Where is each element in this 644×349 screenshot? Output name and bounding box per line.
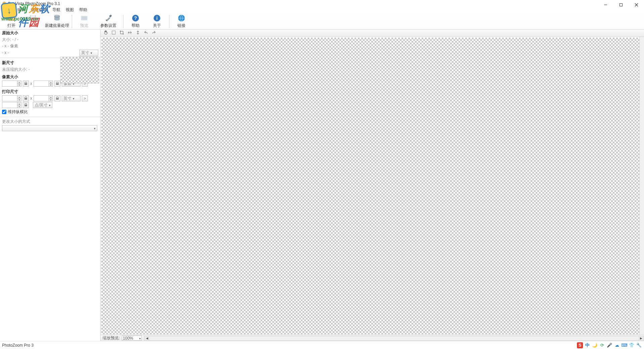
help-button[interactable]: ? 帮助 xyxy=(125,14,146,29)
keep-ratio-checkbox[interactable]: 维持纵横比 xyxy=(0,108,100,115)
resize-method-select[interactable] xyxy=(2,125,97,131)
flip-v-button[interactable] xyxy=(134,30,142,37)
original-size-value: 大小: - / - xyxy=(0,37,100,43)
svg-rect-19 xyxy=(56,98,59,100)
sogou-icon[interactable]: S xyxy=(577,342,583,348)
lock-icon[interactable] xyxy=(23,81,29,87)
lock-icon[interactable] xyxy=(23,102,29,108)
title-bar: BenVista PhotoZoom Pro 3.1 xyxy=(0,0,644,6)
print-go-button[interactable]: > xyxy=(82,95,88,101)
hand-tool-button[interactable] xyxy=(102,30,109,37)
print-width-input[interactable]: ▲▼ xyxy=(2,95,21,101)
minimize-button[interactable] xyxy=(598,0,613,9)
content-area: 原始大小 大小: - / - - x - 像素 - x - 英寸 点/英寸 新尺… xyxy=(0,30,644,341)
svg-rect-5 xyxy=(31,18,35,21)
lock-icon[interactable] xyxy=(23,95,29,101)
taskbar-app-label[interactable]: PhotoZoom Pro 3 xyxy=(2,343,34,348)
svg-rect-20 xyxy=(24,105,27,106)
canvas-status-strip: 缩放预览: 100% ◀ ▶ xyxy=(101,335,644,341)
print-size-heading: 打印尺寸 xyxy=(0,87,100,95)
canvas-checker xyxy=(101,38,639,334)
menu-edit[interactable]: 编辑 xyxy=(15,6,28,13)
close-button[interactable] xyxy=(629,0,644,9)
window-title: BenVista PhotoZoom Pro 3.1 xyxy=(8,1,642,6)
resolution-unit-select[interactable]: 点/英寸 xyxy=(33,102,52,108)
maximize-button[interactable] xyxy=(613,0,629,9)
menu-help[interactable]: 帮助 xyxy=(76,6,90,13)
zoom-label: 缩放预览: xyxy=(101,335,122,341)
menu-bar: 文件 编辑 批量处理 导航 视图 帮助 xyxy=(0,6,644,13)
lock-icon[interactable] xyxy=(54,95,60,101)
sidebar: 原始大小 大小: - / - - x - 像素 - x - 英寸 点/英寸 新尺… xyxy=(0,30,101,341)
save-label: 保存 xyxy=(29,23,37,29)
menu-batch[interactable]: 批量处理 xyxy=(28,6,50,13)
preview-button[interactable]: 预览 xyxy=(73,14,95,29)
flip-h-button[interactable] xyxy=(126,30,133,37)
horizontal-scrollbar[interactable]: ◀ ▶ xyxy=(144,336,644,341)
crop-icon xyxy=(119,30,124,36)
svg-text:?: ? xyxy=(134,15,137,21)
open-label: 打开 xyxy=(7,23,15,29)
canvas-toolbar xyxy=(101,30,644,37)
marquee-icon xyxy=(111,30,116,36)
folder-open-icon xyxy=(7,14,15,22)
ime-zh-icon[interactable]: 中 xyxy=(584,342,590,348)
undo-button[interactable] xyxy=(142,30,150,37)
link-label: 链接 xyxy=(177,23,185,29)
main-panel: 缩放预览: 100% ◀ ▶ xyxy=(101,30,644,341)
resolution-input[interactable]: ▲▼ xyxy=(2,102,21,108)
save-button[interactable]: 保存 xyxy=(22,14,44,29)
keyboard-icon[interactable]: ⌨ xyxy=(621,342,627,348)
pixel-width-input[interactable]: ▲▼ xyxy=(2,81,21,87)
svg-rect-17 xyxy=(56,83,59,85)
menu-view[interactable]: 视图 xyxy=(63,6,76,13)
settings-button[interactable]: 参数设置 xyxy=(95,14,122,29)
crop-tool-button[interactable] xyxy=(118,30,125,37)
help-label: 帮助 xyxy=(131,23,140,29)
svg-text:i: i xyxy=(156,15,158,21)
window-controls xyxy=(598,0,644,9)
info-icon: i xyxy=(153,14,161,22)
batch-new-label: 新建批量处理 xyxy=(45,23,69,29)
menu-nav[interactable]: 导航 xyxy=(50,6,63,13)
redo-button[interactable] xyxy=(150,30,158,37)
link-button[interactable]: 链接 xyxy=(171,14,192,29)
cloud-icon[interactable]: ☁ xyxy=(614,342,620,348)
help-icon: ? xyxy=(131,14,140,22)
print-unit-select[interactable]: 英寸 xyxy=(62,95,80,101)
about-button[interactable]: i 关于 xyxy=(146,14,168,29)
main-toolbar: 打开 保存 新建批量处理 预览 参数设置 ? 帮助 i 关于 链接 xyxy=(0,13,644,30)
sync-icon[interactable]: ⟳ xyxy=(599,342,605,348)
batch-new-button[interactable]: 新建批量处理 xyxy=(44,14,70,29)
canvas-area[interactable] xyxy=(101,37,644,335)
lock-icon[interactable] xyxy=(54,81,60,87)
system-tray: S 中 🌙 ⟳ 🎤 ☁ ⌨ 👕 🔧 xyxy=(577,342,642,348)
marquee-tool-button[interactable] xyxy=(110,30,117,37)
zoom-select[interactable]: 100% xyxy=(122,336,142,341)
preview-icon xyxy=(80,14,88,22)
preview-label: 预览 xyxy=(80,23,88,29)
moon-icon[interactable]: 🌙 xyxy=(592,342,598,348)
open-button[interactable]: 打开 xyxy=(1,14,22,29)
resize-method-heading: 更改大小的方式 xyxy=(0,118,100,125)
original-unit1-select[interactable]: 英寸 xyxy=(79,50,98,56)
skin-icon[interactable]: 👕 xyxy=(629,342,635,348)
pixel-height-input[interactable]: ▲▼ xyxy=(34,81,53,87)
settings-icon xyxy=(104,14,112,22)
print-height-input[interactable]: ▲▼ xyxy=(34,95,53,101)
taskbar: PhotoZoom Pro 3 S 中 🌙 ⟳ 🎤 ☁ ⌨ 👕 🔧 xyxy=(0,341,644,349)
about-label: 关于 xyxy=(153,23,161,29)
scroll-right-button[interactable]: ▶ xyxy=(638,336,644,340)
svg-point-10 xyxy=(106,20,107,21)
menu-file[interactable]: 文件 xyxy=(1,6,15,13)
toolbar-separator xyxy=(72,15,72,28)
svg-rect-2 xyxy=(620,3,622,6)
tool-icon[interactable]: 🔧 xyxy=(636,342,642,348)
vertical-scrollbar[interactable] xyxy=(639,37,644,335)
multiply-label: x xyxy=(30,96,32,101)
svg-point-1 xyxy=(4,3,5,4)
batch-new-icon xyxy=(53,14,61,22)
scroll-left-button[interactable]: ◀ xyxy=(144,336,150,340)
mic-icon[interactable]: 🎤 xyxy=(606,342,612,348)
original-size-heading: 原始大小 xyxy=(0,30,100,37)
